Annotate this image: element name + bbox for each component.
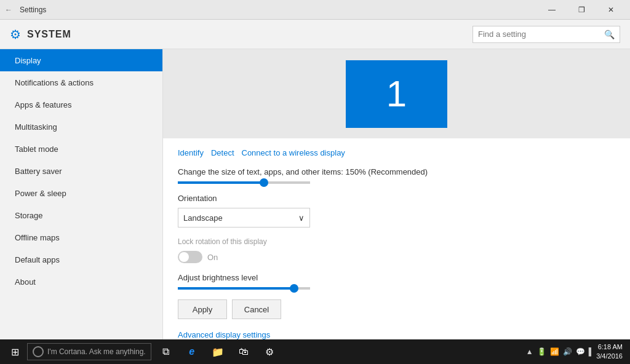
show-desktop-icon[interactable]: ▌ bbox=[589, 347, 594, 356]
search-icon: 🔍 bbox=[604, 30, 615, 39]
orientation-dropdown[interactable]: Landscape ∨ bbox=[178, 208, 310, 228]
scale-slider-track[interactable] bbox=[178, 181, 310, 184]
start-button[interactable]: ⊞ bbox=[2, 339, 27, 364]
brightness-slider-thumb[interactable] bbox=[290, 284, 298, 293]
action-buttons-row: Apply Cancel bbox=[178, 299, 615, 319]
sidebar-item-default-apps[interactable]: Default apps bbox=[0, 248, 162, 271]
clock[interactable]: 6:18 AM 3/4/2016 bbox=[596, 342, 623, 362]
edge-icon[interactable]: e bbox=[180, 339, 204, 364]
task-view-icon[interactable]: ⧉ bbox=[154, 339, 178, 364]
store-icon[interactable]: 🛍 bbox=[231, 339, 256, 364]
volume-icon[interactable]: 🔊 bbox=[563, 347, 572, 356]
brightness-section: Adjust brightness level bbox=[178, 273, 615, 290]
sidebar-item-notifications[interactable]: Notifications & actions bbox=[0, 71, 162, 93]
clock-date: 3/4/2016 bbox=[596, 352, 623, 361]
search-input[interactable] bbox=[478, 30, 604, 39]
brightness-slider-fill bbox=[178, 287, 294, 290]
window-title: Settings bbox=[20, 6, 46, 14]
main-layout: Display Notifications & actions Apps & f… bbox=[0, 49, 630, 339]
detect-link[interactable]: Detect bbox=[211, 148, 234, 157]
start-icon: ⊞ bbox=[11, 346, 19, 358]
back-button[interactable]: ← bbox=[5, 6, 12, 14]
scale-section: Change the size of text, apps, and other… bbox=[178, 167, 615, 184]
lock-rotation-toggle-row: On bbox=[178, 251, 615, 263]
lock-rotation-toggle[interactable] bbox=[178, 251, 202, 263]
monitor-number: 1 bbox=[386, 73, 407, 115]
minimize-button[interactable]: — bbox=[538, 0, 566, 20]
settings-gear-icon: ⚙ bbox=[10, 27, 21, 42]
search-box[interactable]: 🔍 bbox=[472, 26, 620, 43]
sidebar-item-offline-maps[interactable]: Offline maps bbox=[0, 226, 162, 248]
lock-rotation-section: Lock rotation of this display On bbox=[178, 237, 615, 263]
title-bar: ← Settings — ❐ ✕ bbox=[0, 0, 630, 20]
toggle-state-label: On bbox=[207, 253, 218, 262]
toggle-thumb bbox=[179, 252, 189, 262]
sidebar-item-about[interactable]: About bbox=[0, 271, 162, 293]
orientation-label: Orientation bbox=[178, 194, 615, 203]
scale-slider-thumb[interactable] bbox=[260, 178, 268, 187]
cortana-text: I'm Cortana. Ask me anything. bbox=[47, 347, 146, 356]
cancel-button[interactable]: Cancel bbox=[232, 299, 281, 319]
system-tray: ▲ 🔋 📶 🔊 💬 ▌ bbox=[526, 347, 594, 356]
lock-rotation-label: Lock rotation of this display bbox=[178, 237, 615, 246]
scale-label: Change the size of text, apps, and other… bbox=[178, 167, 615, 176]
cortana-icon bbox=[33, 346, 44, 357]
monitor-box: 1 bbox=[346, 60, 447, 128]
content-inner: Identify Detect Connect to a wireless di… bbox=[163, 148, 630, 339]
taskbar-pinned-icons: ⧉ e 📁 🛍 ⚙ bbox=[154, 339, 282, 364]
sidebar-item-display[interactable]: Display bbox=[0, 49, 162, 71]
taskbar-right: ▲ 🔋 📶 🔊 💬 ▌ 6:18 AM 3/4/2016 bbox=[526, 342, 628, 362]
sidebar-item-tablet-mode[interactable]: Tablet mode bbox=[0, 138, 162, 160]
chevron-down-icon: ∨ bbox=[298, 213, 305, 223]
scale-slider-fill bbox=[178, 181, 264, 184]
content-area: 1 Identify Detect Connect to a wireless … bbox=[163, 49, 630, 339]
battery-icon[interactable]: 🔋 bbox=[537, 347, 546, 356]
chevron-up-icon[interactable]: ▲ bbox=[526, 347, 533, 356]
brightness-label: Adjust brightness level bbox=[178, 273, 615, 282]
sidebar-item-apps-features[interactable]: Apps & features bbox=[0, 93, 162, 116]
orientation-value: Landscape bbox=[183, 213, 223, 223]
settings-taskbar-icon[interactable]: ⚙ bbox=[257, 339, 282, 364]
sidebar-item-battery-saver[interactable]: Battery saver bbox=[0, 160, 162, 182]
taskbar: ⊞ I'm Cortana. Ask me anything. ⧉ e 📁 🛍 … bbox=[0, 339, 630, 364]
orientation-section: Orientation Landscape ∨ bbox=[178, 194, 615, 228]
clock-time: 6:18 AM bbox=[596, 342, 623, 352]
notification-icon[interactable]: 💬 bbox=[576, 347, 585, 356]
wireless-display-link[interactable]: Connect to a wireless display bbox=[242, 148, 345, 157]
restore-button[interactable]: ❐ bbox=[567, 0, 596, 20]
app-title: SYSTEM bbox=[27, 29, 466, 40]
display-links-row: Identify Detect Connect to a wireless di… bbox=[178, 148, 615, 157]
network-icon[interactable]: 📶 bbox=[550, 347, 559, 356]
apply-button[interactable]: Apply bbox=[178, 299, 227, 319]
close-button[interactable]: ✕ bbox=[597, 0, 625, 20]
sidebar: Display Notifications & actions Apps & f… bbox=[0, 49, 163, 339]
cortana-search[interactable]: I'm Cortana. Ask me anything. bbox=[27, 343, 151, 360]
identify-link[interactable]: Identify bbox=[178, 148, 204, 157]
file-explorer-icon[interactable]: 📁 bbox=[205, 339, 230, 364]
brightness-slider-track[interactable] bbox=[178, 287, 310, 290]
advanced-display-settings-link[interactable]: Advanced display settings bbox=[178, 330, 270, 339]
sidebar-item-storage[interactable]: Storage bbox=[0, 204, 162, 226]
window-controls: — ❐ ✕ bbox=[538, 0, 625, 20]
sidebar-item-power-sleep[interactable]: Power & sleep bbox=[0, 182, 162, 204]
app-header: ⚙ SYSTEM 🔍 bbox=[0, 20, 630, 49]
sidebar-item-multitasking[interactable]: Multitasking bbox=[0, 116, 162, 138]
monitor-preview: 1 bbox=[163, 49, 630, 138]
